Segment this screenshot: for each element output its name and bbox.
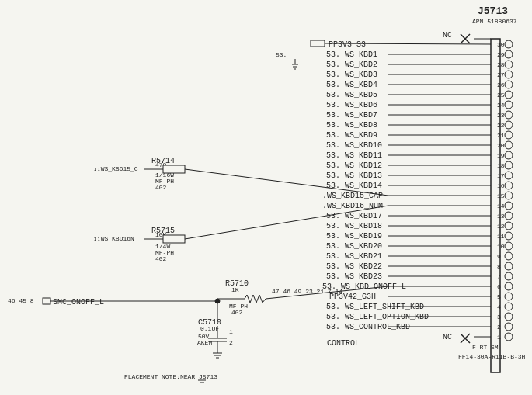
svg-text:17: 17 — [497, 172, 505, 179]
nc-bottom-label: NC — [443, 333, 452, 341]
pin30-num: 30 — [497, 41, 505, 48]
kbd12-label: 53. WS_KBD12 — [326, 161, 382, 170]
svg-point-43 — [505, 242, 513, 250]
svg-text:8: 8 — [497, 263, 501, 270]
svg-point-31 — [505, 182, 513, 189]
svg-text:29: 29 — [497, 51, 505, 58]
smc-label: SMC_ONOFF_L — [53, 298, 104, 307]
kbd22-label: 53. WS_KBD22 — [326, 262, 382, 271]
kbd13-label: 53. WS_KBD13 — [326, 172, 382, 180]
svg-point-45 — [505, 252, 513, 260]
svg-rect-66 — [311, 40, 325, 47]
control-annotation: CONTROL — [327, 339, 360, 348]
svg-point-5 — [505, 50, 513, 58]
kbd15c-net: ₁₁WS_KBD15_C — [93, 165, 138, 172]
svg-point-61 — [505, 333, 513, 341]
svg-text:25: 25 — [497, 92, 505, 99]
kbd9-label: 53. WS_KBD9 — [326, 131, 377, 140]
svg-rect-105 — [163, 235, 185, 243]
c5710-num1: 1 — [229, 328, 233, 335]
svg-text:19: 19 — [497, 152, 505, 159]
svg-point-57 — [505, 313, 513, 321]
schematic-diagram: J5713 APN 51880637 NC 30 29 28 27 26 25 … — [0, 0, 532, 395]
kbd8-label: 53. WS_KBD8 — [326, 121, 377, 130]
svg-point-51 — [505, 282, 513, 290]
pp3v3-label: PP3V3_S3 — [329, 40, 366, 49]
r5714-num: 402 — [155, 184, 167, 191]
svg-point-29 — [505, 172, 513, 179]
svg-point-21 — [505, 131, 513, 139]
kbd16n-net: ₁₁WS_KBD16N — [93, 235, 134, 242]
svg-point-59 — [505, 323, 513, 331]
kbd20-label: 53. WS_KBD20 — [326, 242, 382, 251]
kbd5-label: 53. WS_KBD5 — [326, 91, 377, 99]
title: J5713 — [478, 5, 508, 17]
kbd1-label: 53. WS_KBD1 — [326, 50, 377, 59]
c5710-val: 0.1UF — [200, 325, 219, 332]
f-rt-sm: F-RT-SM — [472, 344, 499, 351]
svg-point-4 — [505, 40, 513, 48]
svg-text:27: 27 — [497, 71, 505, 78]
svg-text:9: 9 — [497, 253, 501, 260]
control-label: 53. WS_CONTROL_KBD — [326, 323, 410, 331]
svg-text:14: 14 — [497, 203, 505, 210]
svg-point-19 — [505, 121, 513, 129]
footprint: FF14-30A-R11B-B-3H — [458, 353, 526, 360]
r5710-num: 402 — [231, 309, 243, 316]
svg-text:12: 12 — [497, 223, 505, 230]
svg-point-11 — [505, 81, 513, 88]
svg-point-55 — [505, 303, 513, 310]
apn: APN 51880637 — [472, 18, 517, 25]
nc-top-label: NC — [443, 31, 452, 40]
svg-point-13 — [505, 91, 513, 99]
kbd7-label: 53. WS_KBD7 — [326, 111, 377, 120]
c5710-pkg2: AKEM — [197, 339, 212, 346]
svg-text:1: 1 — [497, 334, 501, 341]
svg-point-23 — [505, 141, 513, 149]
kbd19-label: 53. WS_KBD19 — [326, 232, 382, 241]
svg-point-53 — [505, 293, 513, 300]
svg-text:20: 20 — [497, 142, 505, 149]
placement-note: PLACEMENT_NOTE:NEAR J5713 — [124, 373, 217, 380]
kbd16num-label: .WS_KBD16_NUM — [322, 202, 383, 210]
left-option-label: 53. WS_LEFT_OPTION_KBD — [326, 313, 429, 321]
svg-text:5: 5 — [497, 293, 501, 300]
svg-point-39 — [505, 222, 513, 230]
svg-point-49 — [505, 272, 513, 280]
svg-rect-110 — [43, 298, 50, 304]
svg-text:2: 2 — [497, 324, 501, 331]
svg-point-7 — [505, 61, 513, 68]
svg-text:28: 28 — [497, 61, 505, 68]
kbd3-label: 53. WS_KBD3 — [326, 71, 377, 79]
svg-point-15 — [505, 101, 513, 109]
left-shift-label: 53. WS_LEFT_SHIFT_KBD — [326, 303, 424, 311]
svg-point-9 — [505, 71, 513, 78]
kbd4-label: 53. WS_KBD4 — [326, 81, 377, 89]
svg-text:18: 18 — [497, 162, 505, 169]
net-nums-r5710: 47 46 49 23 21 7 14 — [272, 288, 342, 295]
svg-text:23: 23 — [497, 112, 505, 119]
svg-point-27 — [505, 161, 513, 169]
svg-text:11: 11 — [497, 233, 505, 240]
svg-text:24: 24 — [497, 102, 505, 109]
kbd11-label: 53. WS_KBD11 — [326, 151, 382, 160]
svg-point-37 — [505, 212, 513, 220]
kbd23-label: 53. WS_KBD23 — [326, 272, 382, 281]
svg-text:16: 16 — [497, 182, 505, 189]
svg-text:22: 22 — [497, 122, 505, 129]
kbd6-label: 53. WS_KBD6 — [326, 101, 377, 109]
kbd2-label: 53. WS_KBD2 — [326, 61, 377, 69]
svg-text:26: 26 — [497, 81, 505, 88]
r5715-num: 402 — [155, 255, 167, 262]
svg-text:21: 21 — [497, 132, 505, 139]
kbd21-label: 53. WS_KBD21 — [326, 252, 382, 261]
svg-point-33 — [505, 192, 513, 199]
c5710-num2: 2 — [229, 339, 233, 346]
svg-point-25 — [505, 151, 513, 159]
svg-text:7: 7 — [497, 273, 501, 280]
kbd17-label: 53. WS_KBD17 — [326, 212, 382, 220]
svg-point-41 — [505, 232, 513, 240]
svg-text:10: 10 — [497, 243, 505, 250]
kbd18-label: 53. WS_KBD18 — [326, 222, 382, 230]
svg-text:13: 13 — [497, 213, 505, 220]
